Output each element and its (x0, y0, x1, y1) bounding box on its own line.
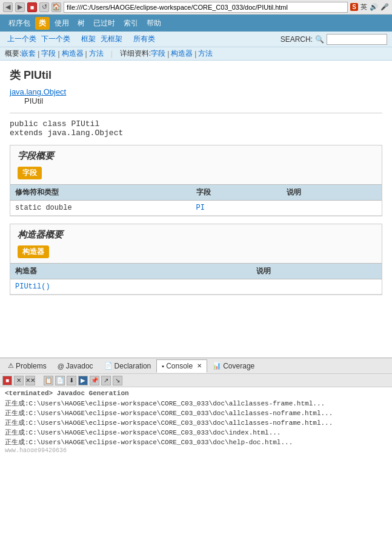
forward-button[interactable]: ▶ (15, 2, 25, 12)
field-row-0: static double PI (10, 201, 382, 216)
menu-help[interactable]: 帮助 (143, 17, 165, 30)
console-icon: ▪ (162, 362, 164, 370)
current-class: PIUtil (24, 96, 382, 105)
summary-bar: 概要: 嵌套 | 字段 | 构造器 | 方法 | 详细资料: 字段 | 构造器 … (0, 47, 392, 61)
tab-coverage[interactable]: 📊 Coverage (207, 359, 260, 373)
home-button[interactable]: 🏠 (51, 2, 61, 12)
detail-constructor[interactable]: 构造器 (171, 48, 193, 59)
allclasses-link[interactable]: 所有类 (131, 34, 158, 44)
search-label: SEARCH: (281, 35, 313, 44)
menu-class[interactable]: 类 (35, 17, 50, 30)
console-open-btn[interactable]: ↗ (101, 376, 111, 385)
back-button[interactable]: ◀ (3, 2, 13, 12)
field-modifier-0: static double (15, 204, 196, 212)
console-copy-btn[interactable]: 📋 (44, 376, 53, 385)
console-scroll-btn[interactable]: ⬇ (67, 376, 76, 385)
console-close-btn[interactable]: ↘ (113, 376, 122, 385)
console-area: ■ ✕ ✕✕ 📋 📄 ⬇ ▶ 📌 ↗ ↘ <terminated> Javado… (0, 373, 392, 452)
console-x2-btn[interactable]: ✕✕ (25, 376, 35, 385)
spacer (10, 302, 382, 321)
console-close-icon[interactable]: ✕ (197, 362, 202, 369)
console-paste-btn[interactable]: 📄 (55, 376, 65, 385)
console-run-btn[interactable]: ▶ (78, 376, 88, 385)
search-icon: 🔍 (315, 35, 324, 44)
nav-bar: 上一个类 下一个类 框架 无框架 所有类 SEARCH: 🔍 (0, 32, 392, 47)
parent-class-link[interactable]: java.lang.Object (10, 87, 382, 96)
summary-label: 概要: (5, 48, 21, 59)
console-line-1: 正生成:C:\Users\HAOGE\eclipse-workspace\COR… (5, 408, 387, 418)
tab-javadoc[interactable]: @ Javadoc (52, 359, 99, 373)
lang-text: 英 (360, 2, 367, 12)
col-header-desc: 说明 (287, 187, 377, 198)
search-section: SEARCH: 🔍 (281, 34, 387, 45)
next-class-link[interactable]: 下一个类 (39, 34, 73, 44)
problems-icon: ⚠ (8, 362, 14, 370)
col-header-modifier: 修饰符和类型 (15, 187, 196, 198)
tts-icon: 🔊 (370, 3, 378, 11)
console-content: <terminated> Javadoc Generation 正生成:C:\U… (0, 387, 392, 452)
framed-link[interactable]: 框架 (79, 34, 98, 44)
class-title: 类 PIUtil (10, 68, 382, 82)
col-header-field: 字段 (196, 187, 287, 198)
summary-constructor[interactable]: 构造器 (62, 48, 84, 59)
menu-programs[interactable]: 程序包 (5, 17, 34, 30)
constructor-row-0: PIUtil() (10, 279, 382, 295)
console-line-3: 正生成:C:\Users\HAOGE\eclipse-workspace\COR… (5, 428, 387, 437)
menu-deprecated[interactable]: 已过时 (90, 17, 119, 30)
field-badge: 字段 (18, 167, 42, 179)
class-declaration: public class PIUtil extends java.lang.Ob… (10, 113, 382, 138)
tab-coverage-label: Coverage (223, 362, 254, 370)
console-stop-btn[interactable]: ■ (2, 376, 12, 385)
field-section-title: 字段概要 (10, 145, 382, 167)
field-table-header: 修饰符和类型 字段 说明 (10, 184, 382, 201)
console-clear-btn[interactable]: ✕ (14, 376, 24, 385)
declaration-line1: public class PIUtil (10, 119, 382, 128)
col-header-constructor: 构造器 (15, 266, 256, 276)
tab-console-label: Console (166, 362, 193, 370)
coverage-icon: 📊 (213, 362, 221, 370)
eclipse-toolbar: 程序包 类 使用 树 已过时 索引 帮助 (0, 15, 392, 32)
bottom-tabs: ⚠ Problems @ Javadoc 📄 Declaration ▪ Con… (0, 358, 392, 373)
mic-icon: 🎤 (380, 3, 389, 11)
console-terminated: <terminated> Javadoc Generation (5, 390, 387, 397)
console-pin-btn[interactable]: 📌 (90, 376, 99, 385)
constructor-table-header: 构造器 说明 (10, 263, 382, 279)
constructor-badge: 构造器 (18, 245, 49, 258)
tab-console[interactable]: ▪ Console ✕ (156, 359, 207, 373)
menu-tree[interactable]: 树 (74, 17, 88, 30)
javadoc-icon: @ (58, 362, 64, 370)
detail-field[interactable]: 字段 (151, 48, 165, 59)
menu-use[interactable]: 使用 (51, 17, 73, 30)
stop-button[interactable]: ■ (27, 2, 37, 12)
noframe-link[interactable]: 无框架 (98, 34, 125, 44)
tab-problems[interactable]: ⚠ Problems (2, 359, 52, 373)
field-name-0[interactable]: PI (196, 204, 287, 212)
watermark: www.haoge99420636 (5, 447, 387, 452)
constructor-summary-section: 构造器概要 构造器 构造器 说明 PIUtil() (10, 224, 382, 295)
prev-class-link[interactable]: 上一个类 (5, 34, 39, 44)
search-input[interactable] (327, 34, 387, 45)
declaration-line2: extends java.lang.Object (10, 128, 382, 138)
constructor-name-0[interactable]: PIUtil() (15, 282, 256, 291)
detail-method[interactable]: 方法 (198, 48, 213, 59)
tab-declaration-label: Declaration (115, 362, 151, 370)
browser-bar: ◀ ▶ ■ ↺ 🏠 S 英 🔊 🎤 (0, 0, 392, 15)
sogou-icon: S (350, 3, 358, 11)
menu-index[interactable]: 索引 (120, 17, 142, 30)
tab-problems-label: Problems (16, 362, 47, 370)
detail-label: 详细资料: (120, 48, 151, 59)
main-content: 类 PIUtil java.lang.Object PIUtil public … (0, 61, 392, 358)
tab-declaration[interactable]: 📄 Declaration (99, 359, 157, 373)
console-line-4: 正生成:C:\Users\HAOGE\eclipse-workspace\COR… (5, 438, 387, 447)
summary-nested[interactable]: 嵌套 (21, 48, 36, 59)
lang-bar: S 英 🔊 🎤 (350, 2, 389, 12)
col-header-constr-desc: 说明 (256, 266, 377, 276)
tab-javadoc-label: Javadoc (66, 362, 93, 370)
console-line-2: 正生成:C:\Users\HAOGE\eclipse-workspace\COR… (5, 418, 387, 427)
summary-field[interactable]: 字段 (41, 48, 56, 59)
summary-method[interactable]: 方法 (89, 48, 104, 59)
url-bar[interactable] (64, 2, 348, 13)
refresh-button[interactable]: ↺ (39, 2, 49, 12)
console-line-0: 正生成:C:\Users\HAOGE\eclipse-workspace\COR… (5, 399, 387, 408)
declaration-icon: 📄 (104, 362, 113, 370)
